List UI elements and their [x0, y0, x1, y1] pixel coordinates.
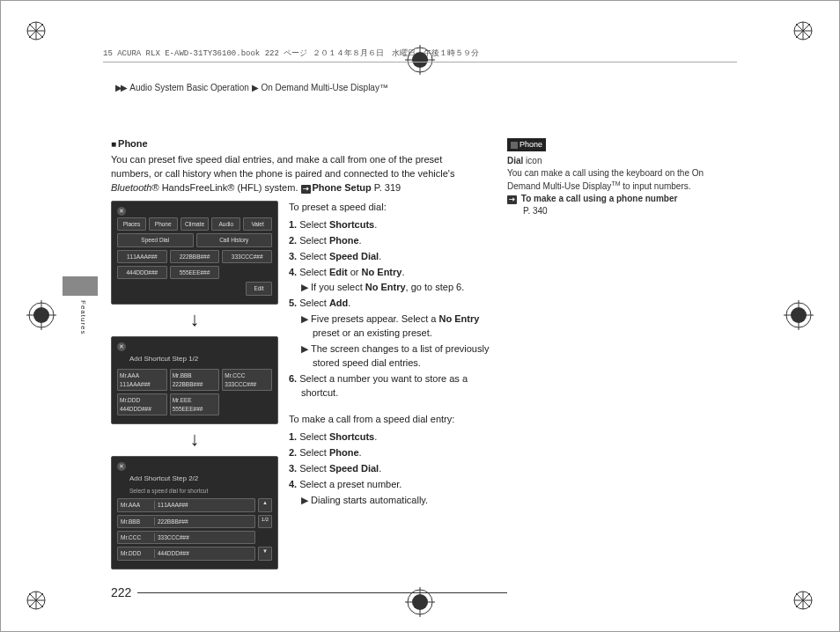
note-icon — [511, 142, 518, 149]
step: 4. Select Edit or No Entry. — [287, 266, 491, 280]
substep: ▶The screen changes to a list of previou… — [301, 342, 491, 371]
intro-text: You can preset five speed dial entries, … — [111, 153, 491, 195]
note-header: Phone — [507, 138, 546, 151]
preset-steps: 1. Select Shortcuts. 2. Select Phone. 3.… — [287, 218, 491, 401]
tab-phone: Phone — [149, 217, 178, 231]
xref-icon: ⇢ — [507, 195, 517, 204]
note-body: Dial icon You can make a call using the … — [507, 155, 771, 217]
source-header: 15 ACURA RLX E-AWD-31TY36100.book 222 ペー… — [103, 48, 737, 62]
tab-valet: Valet — [243, 217, 272, 231]
preset-entry: 555EEE### — [170, 266, 220, 279]
preset-entry: 444DDD### — [117, 266, 167, 279]
cropmark-icon — [792, 590, 814, 612]
down-arrow-icon: ↓ — [111, 430, 278, 449]
step: 5. Select Add. — [287, 297, 491, 311]
step: 4. Select a preset number. — [287, 478, 491, 492]
nav-down-icon: ▼ — [258, 547, 272, 560]
registration-icon — [784, 300, 814, 330]
tab-climate: Climate — [181, 217, 210, 231]
list-item: Mr.CCC333CCC### — [117, 531, 255, 544]
list-item: Mr.DDD444DDD### — [117, 547, 255, 560]
screen-title: Add Shortcut Step 1/2 — [129, 354, 272, 364]
xref-make-call: ⇢ To make a call using a phone number — [507, 194, 677, 203]
call-intro: To make a call from a speed dial entry: — [287, 413, 491, 427]
tab-places: Places — [117, 217, 146, 231]
step: 6. Select a number you want to store as … — [287, 372, 491, 401]
sidebar-note: Phone Dial icon You can make a call usin… — [507, 137, 771, 217]
substep: ▶Five presets appear. Select a No Entryp… — [301, 312, 491, 341]
xref-phone-setup: ⇢Phone Setup — [301, 182, 372, 193]
preset-entry: 222BBB### — [170, 250, 220, 263]
preset-intro: To preset a speed dial: — [287, 201, 491, 215]
figure-column: ✕ Places Phone Climate Audio Valet Speed… — [111, 201, 278, 575]
step: 3. Select Speed Dial. — [287, 462, 491, 476]
step: 2. Select Phone. — [287, 446, 491, 460]
section-tab-thumb — [63, 276, 98, 296]
preset-cell: Mr.BBB222BBB### — [170, 369, 220, 391]
list-item: Mr.AAA111AAA### — [117, 498, 255, 511]
screen-subtitle: Select a speed dial for shortcut — [129, 487, 272, 495]
down-arrow-icon: ↓ — [111, 310, 278, 329]
cropmark-icon — [792, 20, 814, 42]
xref-icon: ⇢ — [301, 185, 311, 194]
preset-entry: 111AAA### — [117, 250, 167, 263]
btn-call-history: Call History — [196, 233, 273, 246]
step: 1. Select Shortcuts. — [287, 430, 491, 445]
screen-title: Add Shortcut Step 2/2 — [129, 474, 272, 484]
section-heading: ■Phone — [111, 137, 491, 151]
cropmark-icon — [26, 590, 48, 612]
step: 2. Select Phone. — [287, 234, 491, 248]
section-tab-label: Features — [77, 300, 88, 335]
btn-speed-dial: Speed Dial — [117, 233, 194, 246]
preset-cell: Mr.DDD444DDD### — [117, 393, 167, 415]
left-column: ■Phone You can preset five speed dial en… — [111, 137, 491, 575]
breadcrumb-arrow-icon: ▶ — [252, 83, 257, 92]
triangle-icon: ▶ — [301, 343, 308, 354]
substep: ▶Dialing starts automatically. — [301, 494, 491, 508]
close-icon: ✕ — [117, 342, 126, 351]
preset-cell: Mr.AAA111AAA### — [117, 369, 167, 391]
breadcrumb-arrow-icon: ▶▶ — [115, 83, 126, 92]
triangle-icon: ▶ — [301, 313, 308, 324]
page-number: 222 — [111, 584, 131, 601]
bullet-icon: ■ — [111, 139, 116, 149]
registration-icon — [26, 300, 56, 330]
call-steps: 1. Select Shortcuts. 2. Select Phone. 3.… — [287, 430, 491, 508]
triangle-icon: ▶ — [301, 495, 308, 505]
preset-cell: Mr.CCC333CCC### — [222, 369, 272, 391]
page: 15 ACURA RLX E-AWD-31TY36100.book 222 ペー… — [0, 0, 840, 632]
breadcrumb-seg: On Demand Multi-Use Display™ — [261, 83, 388, 92]
substep: ▶If you select No Entry, go to step 6. — [301, 281, 491, 295]
cropmark-icon — [26, 20, 48, 42]
close-icon: ✕ — [117, 207, 126, 216]
triangle-icon: ▶ — [301, 282, 308, 292]
preset-cell: Mr.EEE555EEE### — [170, 393, 220, 415]
tab-audio: Audio — [211, 217, 240, 231]
close-icon: ✕ — [117, 462, 126, 471]
nav-page: 1/2 — [258, 515, 272, 528]
screen-1: ✕ Places Phone Climate Audio Valet Speed… — [111, 201, 278, 305]
screen-2: ✕ Add Shortcut Step 1/2 Mr.AAA111AAA### … — [111, 336, 278, 424]
nav-up-icon: ▲ — [258, 498, 272, 511]
step: 1. Select Shortcuts. — [287, 218, 491, 232]
instructions: To preset a speed dial: 1. Select Shortc… — [287, 201, 491, 508]
list-item: Mr.BBB222BBB### — [117, 515, 255, 528]
preset-entry: 333CCC### — [222, 250, 272, 263]
btn-edit: Edit — [246, 282, 272, 295]
breadcrumb: ▶▶ Audio System Basic Operation ▶ On Dem… — [115, 82, 388, 95]
screen-3: ✕ Add Shortcut Step 2/2 Select a speed d… — [111, 456, 278, 570]
content-area: Features ■Phone You can preset five spee… — [111, 137, 725, 578]
step: 3. Select Speed Dial. — [287, 250, 491, 264]
breadcrumb-seg: Audio System Basic Operation — [129, 83, 249, 92]
